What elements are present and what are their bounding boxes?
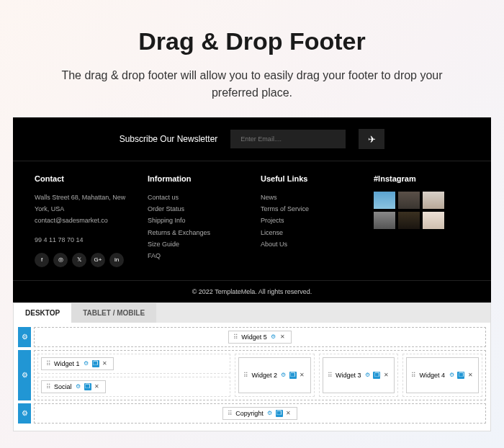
gear-icon[interactable]: ⚙ — [364, 372, 371, 379]
useful-link[interactable]: License — [261, 227, 356, 238]
widget-block[interactable]: ⠿Social⚙❐✕ — [41, 380, 106, 393]
useful-heading: Useful Links — [261, 174, 356, 183]
info-link[interactable]: Size Guide — [148, 238, 243, 250]
drag-icon: ⠿ — [328, 372, 333, 379]
widget-label: Widget 1 — [54, 360, 80, 367]
gear-icon[interactable]: ⚙ — [83, 360, 90, 367]
linkedin-icon[interactable]: in — [109, 253, 124, 267]
googleplus-icon[interactable]: G+ — [91, 253, 105, 267]
widget-block[interactable]: ⠿ Copyright ⚙❐✕ — [222, 407, 297, 420]
widget-label: Social — [54, 383, 72, 390]
drag-icon: ⠿ — [46, 360, 51, 367]
gear-icon[interactable]: ⚙ — [266, 410, 274, 417]
info-link[interactable]: Contact us — [148, 192, 243, 203]
widget-label: Widget 2 — [251, 372, 277, 379]
footer-col-information: Information Contact us Order Status Ship… — [148, 174, 243, 267]
page-subtitle: The drag & drop footer will allow you to… — [0, 67, 504, 102]
row-settings-handle[interactable]: ⚙ — [18, 350, 31, 400]
page-title: Drag & Drop Footer — [0, 27, 504, 55]
gear-icon: ⚙ — [22, 409, 28, 417]
info-link[interactable]: FAQ — [148, 250, 243, 261]
instagram-thumb[interactable] — [398, 192, 420, 209]
row-settings-handle[interactable]: ⚙ — [18, 327, 31, 347]
newsletter-submit-button[interactable]: ✈ — [359, 129, 384, 149]
close-icon[interactable]: ✕ — [102, 360, 109, 367]
newsletter-email-input[interactable] — [230, 130, 346, 148]
close-icon[interactable]: ✕ — [285, 410, 292, 417]
useful-link[interactable]: Projects — [261, 215, 356, 226]
close-icon[interactable]: ✕ — [467, 372, 474, 379]
contact-address: Walls Street 68, Mahattan, New York, USA — [35, 192, 130, 215]
builder-row: ⚙ ⠿Widget 1⚙❐✕ ⠿Social⚙❐✕ ⠿Widget 2⚙❐✕ ⠿… — [18, 350, 486, 400]
gear-icon: ⚙ — [22, 371, 28, 379]
contact-phone: 99 4 11 78 70 14 — [35, 234, 130, 246]
widget-label: Widget 3 — [336, 372, 361, 379]
gear-icon[interactable]: ⚙ — [75, 383, 82, 390]
duplicate-icon[interactable]: ❐ — [289, 372, 297, 379]
close-icon[interactable]: ✕ — [299, 372, 306, 379]
widget-label: Widget 4 — [419, 372, 445, 379]
close-icon[interactable]: ✕ — [279, 333, 287, 341]
contact-email: contact@sadesmarket.co — [35, 215, 130, 226]
send-icon: ✈ — [368, 134, 376, 145]
drag-icon: ⠿ — [233, 333, 238, 341]
gear-icon[interactable]: ⚙ — [280, 372, 287, 379]
widget-label: Copyright — [235, 410, 264, 417]
close-icon[interactable]: ✕ — [94, 383, 101, 390]
useful-link[interactable]: Terms of Service — [261, 203, 356, 215]
device-tabs: DESKTOP TABLET / MOBILE — [14, 303, 490, 323]
instagram-thumb[interactable] — [374, 192, 395, 209]
copyright-text: © 2022 TemplateMela. All rights reserved… — [13, 280, 491, 303]
tab-desktop[interactable]: DESKTOP — [14, 303, 71, 323]
info-link[interactable]: Order Status — [148, 203, 243, 215]
newsletter-bar: Subscribe Our Newsletter ✈ — [13, 117, 491, 161]
drag-icon: ⠿ — [228, 410, 233, 417]
duplicate-icon[interactable]: ❐ — [276, 410, 283, 417]
row-settings-handle[interactable]: ⚙ — [18, 403, 31, 424]
duplicate-icon[interactable]: ❐ — [457, 372, 464, 379]
instagram-thumb[interactable] — [423, 212, 444, 229]
widget-block[interactable]: ⠿ Widget 5 ⚙✕ — [228, 331, 292, 344]
instagram-icon[interactable]: ◎ — [53, 253, 68, 267]
close-icon[interactable]: ✕ — [382, 372, 390, 379]
instagram-heading: #Instagram — [374, 174, 469, 183]
twitter-icon[interactable]: 𝕏 — [72, 253, 86, 267]
contact-heading: Contact — [35, 174, 130, 183]
tab-tablet-mobile[interactable]: TABLET / MOBILE — [71, 303, 156, 323]
facebook-icon[interactable]: f — [35, 253, 49, 267]
footer-col-contact: Contact Walls Street 68, Mahattan, New Y… — [35, 174, 130, 267]
duplicate-icon[interactable]: ❐ — [373, 372, 380, 379]
gear-icon: ⚙ — [22, 333, 28, 341]
footer-preview: Subscribe Our Newsletter ✈ Contact Walls… — [13, 117, 491, 303]
instagram-thumb[interactable] — [423, 192, 444, 209]
widget-block[interactable]: ⠿Widget 4⚙❐✕ — [406, 357, 479, 393]
duplicate-icon[interactable]: ❐ — [84, 383, 91, 390]
layout-builder: DESKTOP TABLET / MOBILE ⚙ ⠿ Widget 5 ⚙✕ … — [13, 303, 491, 431]
useful-link[interactable]: News — [261, 192, 356, 203]
footer-col-instagram: #Instagram — [374, 174, 469, 267]
info-link[interactable]: Returns & Exchanges — [148, 227, 243, 238]
widget-block[interactable]: ⠿Widget 1⚙❐✕ — [41, 357, 114, 370]
instagram-thumb[interactable] — [374, 212, 395, 229]
drag-icon: ⠿ — [411, 372, 416, 379]
widget-label: Widget 5 — [241, 333, 267, 341]
gear-icon[interactable]: ⚙ — [270, 333, 277, 341]
drag-icon: ⠿ — [46, 383, 51, 390]
instagram-thumb[interactable] — [398, 212, 420, 229]
builder-row: ⚙ ⠿ Widget 5 ⚙✕ — [18, 327, 486, 347]
information-heading: Information — [148, 174, 243, 183]
widget-block[interactable]: ⠿Widget 3⚙❐✕ — [323, 357, 395, 393]
info-link[interactable]: Shipping Info — [148, 215, 243, 226]
footer-col-useful: Useful Links News Terms of Service Proje… — [261, 174, 356, 267]
builder-row: ⚙ ⠿ Copyright ⚙❐✕ — [18, 403, 486, 424]
useful-link[interactable]: About Us — [261, 238, 356, 250]
newsletter-label: Subscribe Our Newsletter — [120, 134, 218, 144]
duplicate-icon[interactable]: ❐ — [92, 360, 99, 367]
gear-icon[interactable]: ⚙ — [448, 372, 455, 379]
drag-icon: ⠿ — [243, 372, 248, 379]
widget-block[interactable]: ⠿Widget 2⚙❐✕ — [238, 357, 311, 393]
